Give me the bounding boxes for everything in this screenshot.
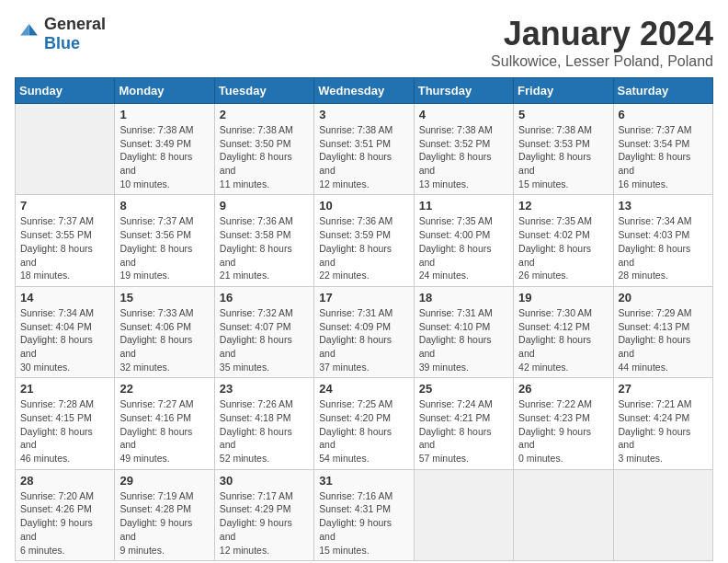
week-row-1: 1Sunrise: 7:38 AMSunset: 3:49 PMDaylight…	[16, 104, 713, 195]
day-cell: 28Sunrise: 7:20 AMSunset: 4:26 PMDayligh…	[16, 469, 115, 560]
logo-text: General Blue	[44, 15, 106, 53]
day-cell	[514, 469, 613, 560]
day-info: Sunrise: 7:36 AMSunset: 3:59 PMDaylight:…	[319, 214, 408, 282]
day-info: Sunrise: 7:34 AMSunset: 4:04 PMDaylight:…	[20, 306, 109, 373]
day-info: Sunrise: 7:38 AMSunset: 3:51 PMDaylight:…	[319, 123, 408, 190]
day-info: Sunrise: 7:37 AMSunset: 3:56 PMDaylight:…	[119, 214, 209, 282]
week-row-2: 7Sunrise: 7:37 AMSunset: 3:55 PMDaylight…	[16, 195, 713, 286]
day-number: 5	[518, 108, 608, 121]
week-row-3: 14Sunrise: 7:34 AMSunset: 4:04 PMDayligh…	[16, 286, 713, 377]
day-cell: 2Sunrise: 7:38 AMSunset: 3:50 PMDaylight…	[214, 104, 313, 195]
day-number: 31	[319, 474, 408, 488]
day-cell: 26Sunrise: 7:22 AMSunset: 4:23 PMDayligh…	[514, 378, 613, 469]
month-title: January 2024	[491, 15, 713, 53]
day-number: 29	[119, 474, 209, 488]
day-cell: 30Sunrise: 7:17 AMSunset: 4:29 PMDayligh…	[214, 469, 313, 560]
weekday-header-monday: Monday	[115, 78, 214, 104]
day-number: 1	[119, 108, 209, 121]
day-cell: 21Sunrise: 7:28 AMSunset: 4:15 PMDayligh…	[16, 378, 115, 469]
day-number: 26	[518, 382, 608, 396]
day-info: Sunrise: 7:28 AMSunset: 4:15 PMDaylight:…	[20, 397, 109, 465]
logo-general: General	[44, 15, 106, 33]
day-info: Sunrise: 7:22 AMSunset: 4:23 PMDaylight:…	[518, 397, 608, 465]
day-cell: 10Sunrise: 7:36 AMSunset: 3:59 PMDayligh…	[314, 195, 414, 286]
day-cell: 9Sunrise: 7:36 AMSunset: 3:58 PMDaylight…	[214, 195, 313, 286]
day-info: Sunrise: 7:32 AMSunset: 4:07 PMDaylight:…	[220, 306, 309, 373]
day-number: 11	[419, 199, 508, 213]
day-info: Sunrise: 7:36 AMSunset: 3:58 PMDaylight:…	[220, 214, 309, 282]
svg-marker-1	[20, 24, 28, 35]
weekday-header-thursday: Thursday	[414, 78, 513, 104]
day-cell: 8Sunrise: 7:37 AMSunset: 3:56 PMDaylight…	[115, 195, 214, 286]
day-info: Sunrise: 7:38 AMSunset: 3:49 PMDaylight:…	[119, 123, 209, 190]
day-info: Sunrise: 7:17 AMSunset: 4:29 PMDaylight:…	[220, 489, 309, 557]
day-number: 21	[20, 382, 109, 396]
day-cell: 7Sunrise: 7:37 AMSunset: 3:55 PMDaylight…	[16, 195, 115, 286]
day-number: 23	[220, 382, 309, 396]
day-cell: 25Sunrise: 7:24 AMSunset: 4:21 PMDayligh…	[414, 378, 513, 469]
logo-blue: Blue	[44, 34, 80, 52]
day-cell	[414, 469, 513, 560]
day-info: Sunrise: 7:31 AMSunset: 4:09 PMDaylight:…	[319, 306, 408, 373]
day-cell: 22Sunrise: 7:27 AMSunset: 4:16 PMDayligh…	[115, 378, 214, 469]
day-cell: 11Sunrise: 7:35 AMSunset: 4:00 PMDayligh…	[414, 195, 513, 286]
day-info: Sunrise: 7:25 AMSunset: 4:20 PMDaylight:…	[319, 397, 408, 465]
day-cell: 14Sunrise: 7:34 AMSunset: 4:04 PMDayligh…	[16, 286, 115, 377]
day-cell: 4Sunrise: 7:38 AMSunset: 3:52 PMDaylight…	[414, 104, 513, 195]
day-number: 27	[619, 382, 708, 396]
day-cell: 1Sunrise: 7:38 AMSunset: 3:49 PMDaylight…	[115, 104, 214, 195]
day-number: 2	[220, 108, 309, 121]
day-number: 24	[319, 382, 408, 396]
day-number: 8	[119, 199, 209, 213]
location-subtitle: Sulkowice, Lesser Poland, Poland	[491, 53, 713, 70]
day-cell: 24Sunrise: 7:25 AMSunset: 4:20 PMDayligh…	[314, 378, 414, 469]
logo: General Blue	[15, 15, 106, 53]
title-block: January 2024 Sulkowice, Lesser Poland, P…	[491, 15, 713, 70]
day-number: 10	[319, 199, 408, 213]
calendar-header: SundayMondayTuesdayWednesdayThursdayFrid…	[16, 78, 713, 104]
day-number: 16	[220, 291, 309, 304]
day-cell: 23Sunrise: 7:26 AMSunset: 4:18 PMDayligh…	[214, 378, 313, 469]
day-cell: 27Sunrise: 7:21 AMSunset: 4:24 PMDayligh…	[613, 378, 712, 469]
week-row-5: 28Sunrise: 7:20 AMSunset: 4:26 PMDayligh…	[16, 469, 713, 560]
day-info: Sunrise: 7:37 AMSunset: 3:54 PMDaylight:…	[619, 123, 708, 190]
weekday-header-friday: Friday	[514, 78, 613, 104]
day-number: 4	[419, 108, 508, 121]
day-number: 22	[119, 382, 209, 396]
day-info: Sunrise: 7:33 AMSunset: 4:06 PMDaylight:…	[119, 306, 209, 373]
day-info: Sunrise: 7:16 AMSunset: 4:31 PMDaylight:…	[319, 489, 408, 557]
weekday-header-saturday: Saturday	[613, 78, 712, 104]
day-cell: 29Sunrise: 7:19 AMSunset: 4:28 PMDayligh…	[115, 469, 214, 560]
day-info: Sunrise: 7:35 AMSunset: 4:02 PMDaylight:…	[518, 214, 608, 282]
day-info: Sunrise: 7:31 AMSunset: 4:10 PMDaylight:…	[419, 306, 508, 373]
calendar-table: SundayMondayTuesdayWednesdayThursdayFrid…	[15, 77, 713, 561]
day-number: 30	[220, 474, 309, 488]
day-number: 7	[20, 199, 109, 213]
day-cell: 16Sunrise: 7:32 AMSunset: 4:07 PMDayligh…	[214, 286, 313, 377]
day-number: 19	[518, 291, 608, 304]
day-info: Sunrise: 7:38 AMSunset: 3:50 PMDaylight:…	[220, 123, 309, 190]
day-cell: 15Sunrise: 7:33 AMSunset: 4:06 PMDayligh…	[115, 286, 214, 377]
day-number: 17	[319, 291, 408, 304]
day-cell: 20Sunrise: 7:29 AMSunset: 4:13 PMDayligh…	[613, 286, 712, 377]
day-info: Sunrise: 7:29 AMSunset: 4:13 PMDaylight:…	[619, 306, 708, 373]
weekday-header-wednesday: Wednesday	[314, 78, 414, 104]
page-header: General Blue January 2024 Sulkowice, Les…	[15, 15, 713, 70]
day-info: Sunrise: 7:34 AMSunset: 4:03 PMDaylight:…	[619, 214, 708, 282]
weekday-row: SundayMondayTuesdayWednesdayThursdayFrid…	[16, 78, 713, 104]
day-number: 18	[419, 291, 508, 304]
day-cell: 13Sunrise: 7:34 AMSunset: 4:03 PMDayligh…	[613, 195, 712, 286]
week-row-4: 21Sunrise: 7:28 AMSunset: 4:15 PMDayligh…	[16, 378, 713, 469]
day-info: Sunrise: 7:38 AMSunset: 3:53 PMDaylight:…	[518, 123, 608, 190]
day-number: 14	[20, 291, 109, 304]
day-info: Sunrise: 7:21 AMSunset: 4:24 PMDaylight:…	[619, 397, 708, 465]
day-cell: 5Sunrise: 7:38 AMSunset: 3:53 PMDaylight…	[514, 104, 613, 195]
day-cell	[16, 104, 115, 195]
day-cell: 17Sunrise: 7:31 AMSunset: 4:09 PMDayligh…	[314, 286, 414, 377]
day-info: Sunrise: 7:30 AMSunset: 4:12 PMDaylight:…	[518, 306, 608, 373]
weekday-header-sunday: Sunday	[16, 78, 115, 104]
weekday-header-tuesday: Tuesday	[214, 78, 313, 104]
day-cell: 3Sunrise: 7:38 AMSunset: 3:51 PMDaylight…	[314, 104, 414, 195]
day-info: Sunrise: 7:38 AMSunset: 3:52 PMDaylight:…	[419, 123, 508, 190]
day-number: 13	[619, 199, 708, 213]
